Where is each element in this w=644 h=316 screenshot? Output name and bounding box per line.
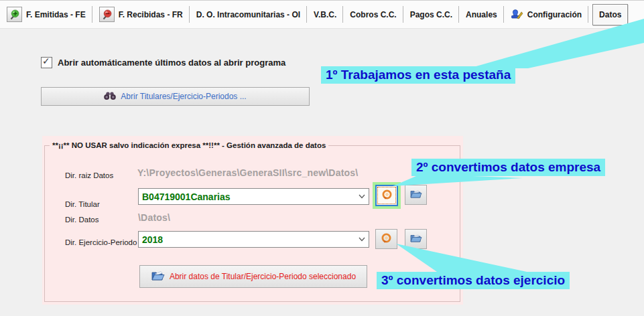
tab-bar: F. Emitidas - FE F. Recibidas - FR D. O.… xyxy=(0,0,644,29)
dir-datos-label: Dir. Datos xyxy=(65,216,99,224)
tab-label: F. Recibidas - FR xyxy=(119,10,183,19)
stamp-icon xyxy=(511,8,523,21)
auto-open-checkbox-label: Abrir automáticamente últimos datos al a… xyxy=(58,58,285,68)
chevron-down-icon[interactable] xyxy=(355,237,369,242)
tab-label: Cobros C.C. xyxy=(350,10,396,19)
tab-intracomunitarias[interactable]: D. O. Intracomunitarias - OI xyxy=(190,1,307,28)
chevron-down-icon[interactable] xyxy=(355,194,369,199)
dir-titular-combobox[interactable]: B04719001Canarias xyxy=(138,188,369,205)
open-folder-icon xyxy=(409,233,422,246)
open-titulares-button[interactable]: Abrir Titulares/Ejercicio-Periodos ... xyxy=(41,87,310,106)
open-selected-data-button-label: Abrir datos de Titular/Ejercicio-Periodo… xyxy=(170,272,356,281)
convert-refresh-icon xyxy=(381,232,392,246)
red-minus-pin-icon xyxy=(99,7,115,22)
tab-vbc[interactable]: V.B.C. xyxy=(307,1,343,28)
auto-open-checkbox[interactable] xyxy=(41,57,52,68)
green-plus-pin-icon xyxy=(7,7,22,22)
tab-label: F. Emitidas - FE xyxy=(26,10,86,19)
tab-f-recibidas[interactable]: F. Recibidas - FR xyxy=(92,1,190,28)
browse-titular-folder-button[interactable] xyxy=(405,185,427,205)
folder-icon xyxy=(151,270,165,283)
open-titulares-button-label: Abrir Titulares/Ejercicio-Periodos ... xyxy=(121,92,246,101)
dir-raiz-datos-value: Y:\Proyectos\Generas\GeneraSII\src_new\D… xyxy=(137,167,358,178)
dir-titular-label: Dir. Titular xyxy=(65,200,100,208)
convert-refresh-icon xyxy=(381,189,393,203)
tab-cobros[interactable]: Cobros C.C. xyxy=(343,1,403,28)
convert-titular-button[interactable] xyxy=(375,185,398,206)
dir-raiz-datos-label: Dir. raiz Datos xyxy=(65,171,113,179)
browse-ejercicio-folder-button[interactable] xyxy=(405,229,427,249)
dir-ejercicio-periodo-combobox-value: 2018 xyxy=(139,234,355,245)
tab-label: V.B.C. xyxy=(314,10,336,19)
advanced-data-panel-title: **¡¡** NO USAR salvo indicación expresa … xyxy=(50,141,328,149)
tab-anuales[interactable]: Anuales xyxy=(459,1,504,28)
tab-configuracion[interactable]: Configuración xyxy=(504,1,588,28)
convert-ejercicio-button[interactable] xyxy=(375,229,397,249)
annotation-step-3: 3º convertimos datos ejercicio xyxy=(377,272,570,289)
tab-label: D. O. Intracomunitarias - OI xyxy=(196,10,300,19)
annotation-step-2: 2º convertimos datos empresa xyxy=(411,159,605,176)
dir-titular-combobox-value: B04719001Canarias xyxy=(139,191,355,202)
tab-label: Anuales xyxy=(466,10,497,19)
dir-ejercicio-periodo-label: Dir. Ejercicio-Periodo xyxy=(65,238,137,246)
app-window: F. Emitidas - FE F. Recibidas - FR D. O.… xyxy=(0,0,644,316)
open-selected-data-button[interactable]: Abrir datos de Titular/Ejercicio-Periodo… xyxy=(139,265,367,288)
binoculars-icon xyxy=(104,91,116,102)
tab-label: Pagos C.C. xyxy=(410,10,452,19)
tab-pagos[interactable]: Pagos C.C. xyxy=(403,1,459,28)
tab-f-emitidas[interactable]: F. Emitidas - FE xyxy=(0,1,92,28)
tab-label: Configuración xyxy=(527,10,582,19)
dir-datos-value: \Datos\ xyxy=(138,212,170,223)
dir-ejercicio-periodo-combobox[interactable]: 2018 xyxy=(138,231,369,248)
auto-open-checkbox-row: Abrir automáticamente últimos datos al a… xyxy=(41,57,285,68)
open-folder-icon xyxy=(409,189,422,202)
tab-label: Datos xyxy=(599,10,621,19)
annotation-step-1: 1º Trabajamos en esta pestaña xyxy=(321,66,515,84)
tab-datos[interactable]: Datos xyxy=(592,4,628,25)
